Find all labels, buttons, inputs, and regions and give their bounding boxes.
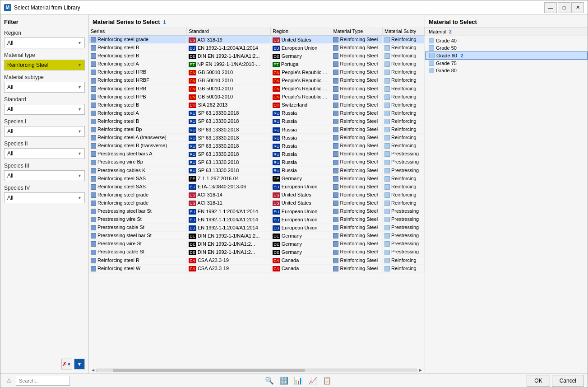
table-row[interactable]: Reinforcing steel HRBF CN GB 50010-2010 … [89,76,425,84]
standard-cell: RU SP 63.13330.2018 [187,142,271,150]
material-col-header: Material 2 [425,27,588,36]
table-row[interactable]: Reinforcing steel B DE DIN EN 1992-1-1/N… [89,52,425,60]
table-row[interactable]: Prestressing wire Bp RU SP 63.13330.2018… [89,158,425,166]
minimize-button[interactable]: ― [544,2,557,13]
region-cell: EU European Union [271,207,331,215]
ok-button[interactable]: OK [527,375,550,387]
list-item[interactable]: Grade 40 [425,37,588,44]
filter-apply-button[interactable]: ▼ [74,359,85,369]
list-item[interactable]: Grade 50 [425,44,588,51]
toolbar-icon-table[interactable]: 📈 [306,374,319,387]
table-row[interactable]: Reinforcing steel HRB CN GB 50010-2010 C… [89,68,425,76]
table-row[interactable]: Prestressing steel bars A RU SP 63.13330… [89,150,425,158]
toolbar-icon-chart[interactable]: 📊 [292,374,305,387]
table-row[interactable]: Prestressing cable St EU EN 1992-1-1:200… [89,224,425,232]
table-row[interactable]: Reinforcing steel B RU SP 63.13330.2018 … [89,117,425,125]
table-row[interactable]: Reinforcing steel B (transverse) RU SP 6… [89,142,425,150]
standard-cell: DE DIN EN 1992-1-1/NA/A1:2... [187,232,271,240]
scroll-right-arrow[interactable]: ▶ [417,369,424,372]
matsubty-cell: Prestressing [383,240,425,248]
table-row[interactable]: Reinforcing steel W CA CSA A23.3-19 CA C… [89,264,425,272]
species3-dropdown[interactable]: All ▼ [4,170,85,181]
toolbar-icon-copy[interactable]: 📋 [321,374,333,387]
table-row[interactable]: Reinforcing steel RRB CN GB 50010-2010 C… [89,84,425,93]
col-mattype[interactable]: Material Type [331,27,383,36]
matsubty-cell: Reinforcing [383,126,425,134]
series-cell: Reinforcing steel HRB [89,68,187,76]
table-row[interactable]: Reinforcing steel B CH SIA 262:2013 CH S… [89,101,425,109]
mattype-cell: Reinforcing Steel [331,101,383,109]
table-row[interactable]: Reinforcing steel grade US ACI 318-19 US… [89,36,425,44]
material-type-dropdown[interactable]: Reinforcing Steel ▼ [4,60,85,70]
filter-panel-bottom: ✗ ▼ ▼ [4,355,85,369]
table-row[interactable]: Reinforcing steel Bp RU SP 63.13330.2018… [89,126,425,134]
species3-section: Species III All ▼ [4,163,85,181]
col-standard[interactable]: Standard [187,27,271,36]
table-row[interactable]: Reinforcing steel grade US ACI 318-11 US… [89,199,425,207]
table-row[interactable]: Prestressing wire St EU EN 1992-1-1:2004… [89,215,425,224]
col-matsubty[interactable]: Material Subty [383,27,425,36]
table-row[interactable]: Reinforcing steel HPB CN GB 50010-2010 C… [89,93,425,101]
matsubty-cell: Reinforcing [383,191,425,199]
scroll-track[interactable] [96,369,417,372]
species2-dropdown[interactable]: All ▼ [4,148,85,159]
region-cell: CA Canada [271,264,331,272]
mattype-cell: Reinforcing Steel [331,52,383,60]
col-region[interactable]: Region [271,27,331,36]
table-row[interactable]: Reinforcing steel A PT NP EN 1992-1-1/NA… [89,60,425,68]
table-row[interactable]: Reinforcing steel B EU EN 1992-1-1:2004/… [89,44,425,52]
species1-dropdown[interactable]: All ▼ [4,126,85,137]
standard-dropdown[interactable]: All ▼ [4,104,85,115]
series-table: Series Standard Region Material Type Mat… [89,27,425,273]
standard-cell: CN GB 50010-2010 [187,93,271,101]
cancel-button[interactable]: Cancel [552,375,584,387]
table-row[interactable]: Prestressing wire St DE DIN EN 1992-1-1/… [89,240,425,248]
matsubty-cell: Prestressing [383,150,425,158]
scroll-left-arrow[interactable]: ◀ [90,369,96,372]
standard-dropdown-arrow: ▼ [78,107,82,112]
table-row[interactable]: Prestressing cable St DE DIN EN 1992-1-1… [89,248,425,256]
maximize-button[interactable]: □ [558,2,570,13]
region-cell: PT Portugal [271,60,331,68]
region-dropdown[interactable]: All ▼ [4,37,85,48]
series-scrollbar[interactable]: ◀ ▶ [89,367,425,373]
mattype-cell: Reinforcing Steel [331,158,383,166]
search-input[interactable] [16,376,70,386]
table-row[interactable]: Reinforcing steel A RU SP 63.13330.2018 … [89,109,425,117]
mattype-cell: Reinforcing Steel [331,166,383,174]
series-table-container[interactable]: Series Standard Region Material Type Mat… [89,27,425,367]
material-subtype-section: Material subtype All ▼ [4,74,85,93]
species4-dropdown[interactable]: All ▼ [4,192,85,203]
filter-reset-button[interactable]: ✗ ▼ [61,359,72,369]
table-row[interactable]: Prestressing steel bar St EU EN 1992-1-1… [89,207,425,215]
toolbar-icon-search[interactable]: 🔍 [263,374,276,387]
table-row[interactable]: Prestressing cables K RU SP 63.13330.201… [89,166,425,174]
region-cell: EU European Union [271,182,331,191]
region-cell: RU Russia [271,158,331,166]
matsubty-cell: Reinforcing [383,264,425,272]
list-item[interactable]: Grade 602 [425,51,588,60]
series-cell: Reinforcing steel A (transverse) [89,134,187,142]
material-subtype-dropdown[interactable]: All ▼ [4,82,85,93]
table-row[interactable]: Prestressing steel bar St DE DIN EN 1992… [89,232,425,240]
list-item[interactable]: Grade 75 [425,60,588,67]
series-cell: Prestressing wire St [89,215,187,224]
species2-section: Species II All ▼ [4,140,85,159]
series-cell: Reinforcing steel Bp [89,126,187,134]
matsubty-cell: Prestressing [383,215,425,224]
list-item[interactable]: Grade 80 [425,67,588,74]
region-cell: CH Switzerland [271,101,331,109]
table-row[interactable]: Reinforcing steel SAS EU ETA-13/0840:201… [89,182,425,191]
table-row[interactable]: Reinforcing steel SAS DE Z-1.1-267:2016-… [89,174,425,182]
table-row[interactable]: Reinforcing steel A (transverse) RU SP 6… [89,134,425,142]
mattype-cell: Reinforcing Steel [331,126,383,134]
col-series[interactable]: Series [89,27,187,36]
toolbar-icon-calc[interactable]: 🔢 [278,374,290,387]
series-cell: Reinforcing steel A [89,60,187,68]
matsubty-cell: Reinforcing [383,68,425,76]
table-row[interactable]: Reinforcing steel R CA CSA A23.3-19 CA C… [89,256,425,264]
region-cell: RU Russia [271,150,331,158]
close-button[interactable]: ✕ [571,2,584,13]
table-row[interactable]: Reinforcing steel grade US ACI 318-14 US… [89,191,425,199]
species4-dropdown-arrow: ▼ [78,196,82,200]
